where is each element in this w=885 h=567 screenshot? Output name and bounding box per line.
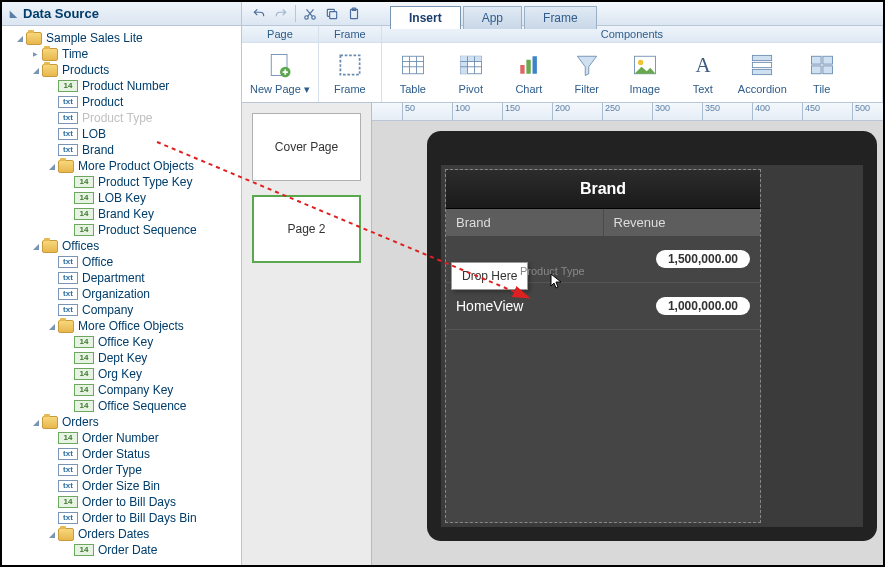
tree-node-label: Offices: [62, 239, 99, 253]
image-button[interactable]: Image: [616, 47, 674, 97]
page-thumb-2[interactable]: Page 2: [252, 195, 361, 263]
table-row[interactable]: HomeView 1,000,000.00: [446, 283, 760, 330]
tile-button[interactable]: Tile: [793, 47, 851, 97]
undo-button[interactable]: [248, 2, 270, 25]
tile-icon: [806, 49, 838, 81]
copy-button[interactable]: [321, 2, 343, 25]
tree-node[interactable]: txtDepartment: [6, 270, 241, 286]
numeric-field-icon: 14: [74, 400, 94, 412]
tree-node[interactable]: Time: [6, 46, 241, 62]
sidebar-title: Data Source: [2, 2, 241, 26]
ruler-tick: 400: [752, 103, 770, 120]
image-icon: [629, 49, 661, 81]
svg-rect-23: [811, 66, 821, 74]
tree-node[interactable]: 14Order Number: [6, 430, 241, 446]
field-tree[interactable]: Sample Sales LiteTimeProducts14Product N…: [2, 26, 241, 565]
tree-toggle-icon[interactable]: [30, 65, 40, 75]
tree-node[interactable]: Sample Sales Lite: [6, 30, 241, 46]
new-page-button[interactable]: New Page ▾: [244, 47, 316, 98]
tree-node[interactable]: txtOrder Type: [6, 462, 241, 478]
ribbon-group-frame: Frame Frame: [319, 26, 382, 102]
ruler-tick: 100: [452, 103, 470, 120]
tree-node-label: Org Key: [98, 367, 142, 381]
tree-toggle-icon[interactable]: [14, 33, 24, 43]
device-frame: Brand Brand Revenue 1,500,000.00: [427, 131, 877, 541]
redo-button[interactable]: [270, 2, 292, 25]
tree-node[interactable]: 14Company Key: [6, 382, 241, 398]
folder-icon: [42, 64, 58, 77]
tree-node[interactable]: More Product Objects: [6, 158, 241, 174]
tree-toggle-icon[interactable]: [30, 417, 40, 427]
tree-node[interactable]: txtProduct Type: [6, 110, 241, 126]
tree-node[interactable]: 14Office Key: [6, 334, 241, 350]
tree-node[interactable]: Products: [6, 62, 241, 78]
tree-node-label: Order Date: [98, 543, 157, 557]
work-area: Cover Page Page 2 5010015020025030035040…: [242, 103, 883, 565]
tree-node[interactable]: txtBrand: [6, 142, 241, 158]
tree-node[interactable]: 14LOB Key: [6, 190, 241, 206]
tab-frame[interactable]: Frame: [524, 6, 597, 29]
tree-node[interactable]: txtOrganization: [6, 286, 241, 302]
tree-node[interactable]: More Office Objects: [6, 318, 241, 334]
column-header-brand[interactable]: Brand: [446, 209, 604, 236]
tree-node-label: Dept Key: [98, 351, 147, 365]
tree-toggle-icon[interactable]: [46, 161, 56, 171]
tree-node[interactable]: 14Order Date: [6, 542, 241, 558]
svg-rect-19: [753, 62, 772, 67]
tree-toggle-icon[interactable]: [46, 321, 56, 331]
tree-node[interactable]: txtOrder Status: [6, 446, 241, 462]
folder-icon: [42, 48, 58, 61]
frame-button[interactable]: Frame: [321, 47, 379, 97]
folder-icon: [42, 416, 58, 429]
tree-node[interactable]: txtOrder Size Bin: [6, 478, 241, 494]
cell-value: 1,500,000.00: [656, 250, 750, 268]
paste-button[interactable]: [343, 2, 365, 25]
tree-node[interactable]: txtOffice: [6, 254, 241, 270]
tree-node[interactable]: 14Brand Key: [6, 206, 241, 222]
tree-node[interactable]: Orders: [6, 414, 241, 430]
canvas[interactable]: Brand Brand Revenue 1,500,000.00: [372, 121, 883, 565]
table-button[interactable]: Table: [384, 47, 442, 97]
filter-button[interactable]: Filter: [558, 47, 616, 97]
tree-toggle-icon[interactable]: [30, 241, 40, 251]
chevron-down-icon: ▾: [304, 83, 310, 95]
tab-app[interactable]: App: [463, 6, 522, 29]
text-button[interactable]: AText: [674, 47, 732, 97]
tree-node[interactable]: txtOrder to Bill Days Bin: [6, 510, 241, 526]
tree-node[interactable]: txtLOB: [6, 126, 241, 142]
cut-button[interactable]: [299, 2, 321, 25]
drop-target[interactable]: Drop Here Product Type: [451, 262, 528, 290]
pivot-button[interactable]: Pivot: [442, 47, 500, 97]
tree-node[interactable]: 14Org Key: [6, 366, 241, 382]
tree-node[interactable]: 14Product Sequence: [6, 222, 241, 238]
tree-node-label: Brand: [82, 143, 114, 157]
text-field-icon: txt: [58, 512, 78, 524]
brand-widget[interactable]: Brand Brand Revenue 1,500,000.00: [445, 169, 761, 523]
text-field-icon: txt: [58, 480, 78, 492]
column-header-revenue[interactable]: Revenue: [604, 209, 761, 236]
tree-node[interactable]: 14Office Sequence: [6, 398, 241, 414]
accordion-button[interactable]: Accordion: [732, 47, 793, 97]
tree-node-label: Product Type Key: [98, 175, 193, 189]
tree-node[interactable]: 14Dept Key: [6, 350, 241, 366]
tree-node-label: Product Sequence: [98, 223, 197, 237]
tree-node[interactable]: Offices: [6, 238, 241, 254]
tree-node[interactable]: txtProduct: [6, 94, 241, 110]
new-page-icon: [264, 49, 296, 81]
ribbon-group-label: Frame: [319, 26, 381, 43]
ruler-tick: 450: [802, 103, 820, 120]
ruler-tick: 150: [502, 103, 520, 120]
tree-node[interactable]: Orders Dates: [6, 526, 241, 542]
tree-node[interactable]: 14Product Number: [6, 78, 241, 94]
tree-node[interactable]: 14Order to Bill Days: [6, 494, 241, 510]
tree-toggle-icon[interactable]: [46, 529, 56, 539]
tree-toggle-icon[interactable]: [30, 49, 40, 59]
text-field-icon: txt: [58, 288, 78, 300]
chart-icon: [513, 49, 545, 81]
text-icon: A: [687, 49, 719, 81]
chart-button[interactable]: Chart: [500, 47, 558, 97]
page-thumb-cover[interactable]: Cover Page: [252, 113, 361, 181]
tab-insert[interactable]: Insert: [390, 6, 461, 29]
tree-node[interactable]: txtCompany: [6, 302, 241, 318]
tree-node[interactable]: 14Product Type Key: [6, 174, 241, 190]
